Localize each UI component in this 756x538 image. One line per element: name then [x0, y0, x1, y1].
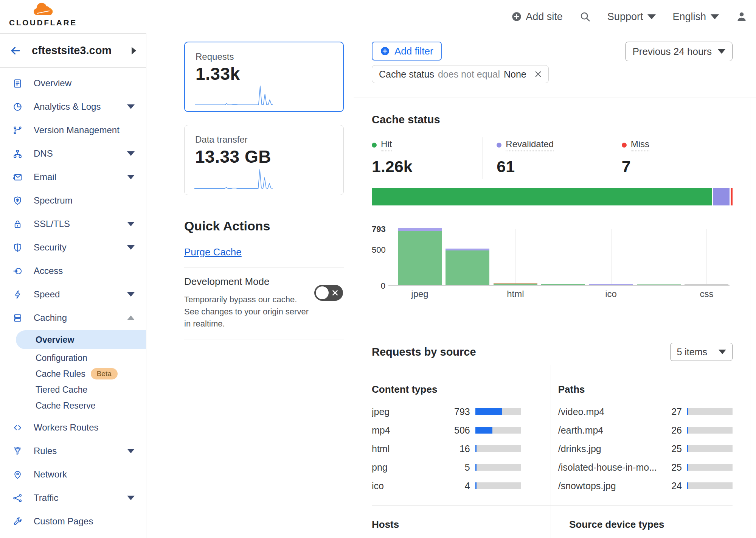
language-menu[interactable]: English [672, 11, 719, 23]
bar-segment-hit [637, 284, 681, 285]
sidebar-item-dns[interactable]: DNS [0, 142, 146, 165]
sidebar-item-version-management[interactable]: Version Management [0, 118, 146, 142]
cache-status-stat-miss: Miss 7 [608, 137, 733, 179]
data-transfer-card[interactable]: Data transfer 13.33 GB [184, 125, 344, 195]
table-row: /drinks.jpg 25 [558, 444, 733, 454]
chevron-down-icon [127, 151, 135, 156]
stat-label[interactable]: Hit [372, 139, 392, 151]
development-mode-section: Development Mode Temporarily bypass our … [184, 276, 344, 330]
search-icon[interactable] [579, 11, 591, 22]
chart-plot-area [388, 229, 730, 286]
sidebar-item-security[interactable]: Security [0, 236, 146, 259]
map-pin-icon [12, 469, 23, 480]
development-mode-toggle[interactable] [314, 285, 343, 301]
row-value: 25 [657, 462, 682, 473]
sidebar-item-email[interactable]: Email [0, 165, 146, 189]
sidebar-subitem-cache-reserve[interactable]: Cache Reserve [16, 398, 146, 414]
sidebar-item-analytics-logs[interactable]: Analytics & Logs [0, 95, 146, 118]
sidebar-item-traffic[interactable]: Traffic [0, 486, 146, 510]
sidebar-subitem-label: Configuration [36, 353, 87, 363]
chevron-up-icon [127, 316, 135, 320]
row-value: 4 [445, 480, 470, 491]
sidebar-item-workers-routes[interactable]: Workers Routes [0, 416, 146, 439]
cloudflare-cloud-icon [32, 2, 70, 19]
bar-segment-revalidated [589, 284, 633, 285]
chevron-down-icon [711, 14, 719, 19]
add-site-button[interactable]: Add site [511, 11, 563, 23]
sidebar-subitem-configuration[interactable]: Configuration [16, 350, 146, 366]
sidebar-item-label: Rules [34, 446, 57, 456]
requests-card[interactable]: Requests 1.33k [184, 42, 344, 112]
row-value: 27 [657, 406, 682, 417]
sidebar-item-overview[interactable]: Overview [0, 72, 146, 95]
chart-bar-unlabeled [637, 284, 681, 285]
sidebar-item-label: Traffic [34, 493, 58, 503]
plus-circle-icon [380, 46, 390, 56]
section-divider [354, 320, 756, 320]
sidebar-subitem-label: Cache Rules [36, 369, 85, 379]
gridline [611, 229, 612, 285]
funnel-icon [12, 446, 23, 456]
shield-icon [12, 242, 23, 253]
remove-filter-icon[interactable] [533, 69, 543, 79]
sidebar-item-access[interactable]: Access [0, 259, 146, 283]
sidebar-subitem-label: Overview [36, 335, 74, 345]
row-bar-track [475, 482, 521, 489]
paths-table: Paths /video.mp4 27 /earth.mp4 26 /drink… [540, 384, 733, 499]
sidebar-item-custom-pages[interactable]: Custom Pages [0, 510, 146, 533]
sidebar-item-speed[interactable]: Speed [0, 283, 146, 306]
x-axis-label: jpeg [411, 289, 428, 299]
cache-status-distribution-bar [372, 188, 733, 205]
filter-bar: Add filter Previous 24 hours [372, 42, 733, 61]
envelope-icon [12, 172, 23, 182]
table-row: /isolated-house-in-mo... 25 [558, 462, 733, 472]
chevron-down-icon [127, 245, 135, 250]
sidebar-nav: OverviewAnalytics & LogsVersion Manageme… [0, 72, 146, 533]
row-bar-track [687, 445, 733, 452]
sidebar-item-label: Email [34, 172, 56, 182]
back-arrow-icon[interactable] [9, 44, 22, 57]
row-value: 25 [657, 443, 682, 454]
row-value: 793 [445, 406, 470, 417]
sidebar-item-ssl-tls[interactable]: SSL/TLS [0, 212, 146, 236]
cloudflare-logo[interactable]: CLOUDFLARE [9, 2, 70, 27]
row-label: html [372, 443, 445, 454]
sidebar-item-label: Spectrum [34, 195, 73, 206]
top-header: CLOUDFLARE Add site Support English [0, 0, 756, 33]
sidebar-item-network[interactable]: Network [0, 463, 146, 486]
dns-tree-icon [12, 148, 23, 159]
chevron-down-icon [127, 449, 135, 453]
panel-right-border [750, 98, 750, 538]
stat-label[interactable]: Revalidated [497, 139, 554, 151]
stat-name: Revalidated [506, 139, 554, 151]
sidebar-item-rules[interactable]: Rules [0, 439, 146, 463]
source-device-types-header: Source device types [569, 519, 733, 530]
support-menu[interactable]: Support [607, 11, 656, 23]
add-filter-button[interactable]: Add filter [372, 42, 442, 61]
user-account-icon[interactable] [736, 11, 748, 23]
row-label: jpeg [372, 406, 445, 417]
sidebar-subitem-cache-rules[interactable]: Cache RulesBeta [16, 366, 146, 382]
sidebar-subitem-tiered-cache[interactable]: Tiered Cache [16, 382, 146, 398]
bar-segment-hit [541, 284, 585, 285]
sidebar-item-spectrum[interactable]: Spectrum [0, 189, 146, 212]
stat-label[interactable]: Miss [622, 139, 649, 151]
shield-asterisk-icon [12, 195, 23, 206]
row-label: /snowtops.jpg [558, 480, 657, 491]
hosts-header: Hosts [372, 519, 532, 530]
stat-value: 1.26k [372, 157, 483, 176]
chevron-down-icon [719, 350, 726, 354]
chevron-right-icon[interactable] [132, 47, 136, 54]
chart-bar-mp4 [446, 249, 489, 285]
distribution-segment-miss [731, 188, 733, 205]
table-row: /video.mp4 27 [558, 407, 733, 417]
sidebar-subitem-overview[interactable]: Overview [16, 330, 146, 349]
items-count-select[interactable]: 5 items [670, 343, 733, 361]
sidebar-item-caching[interactable]: Caching [0, 306, 146, 330]
server-stack-icon [12, 313, 23, 323]
time-range-select[interactable]: Previous 24 hours [625, 42, 733, 61]
row-label: /drinks.jpg [558, 443, 657, 454]
pie-chart-icon [12, 101, 23, 112]
development-mode-description: Temporarily bypass our cache. See change… [184, 294, 309, 330]
purge-cache-link[interactable]: Purge Cache [184, 246, 242, 258]
